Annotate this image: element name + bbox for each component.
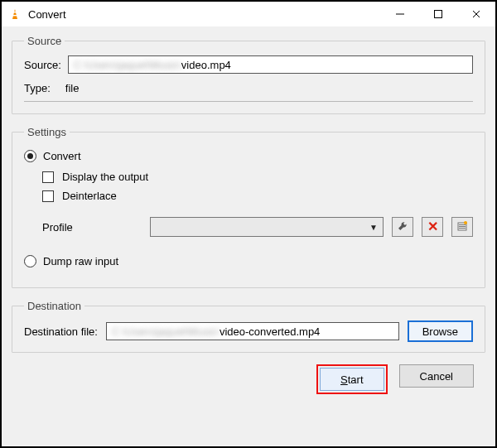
- display-output-label: Display the output: [62, 171, 148, 183]
- start-button-label: Start: [340, 373, 363, 386]
- type-divider: [24, 101, 473, 102]
- browse-button-label: Browse: [422, 325, 458, 338]
- window-controls: [381, 2, 495, 26]
- browse-button[interactable]: Browse: [408, 320, 473, 342]
- destination-group: Destination Destination file: C:\Users\j…: [12, 300, 485, 353]
- source-filename: video.mp4: [181, 59, 231, 71]
- window-title: Convert: [28, 8, 66, 21]
- minimize-button[interactable]: [381, 2, 419, 26]
- edit-profile-button[interactable]: [392, 217, 413, 237]
- deinterlace-checkbox[interactable]: [42, 190, 54, 202]
- source-group: Source Source: C:\Users\jaquel\Music\vid…: [12, 35, 485, 114]
- destination-path-hidden: C:\Users\jaquel\Music\: [112, 325, 220, 338]
- source-label: Source:: [24, 59, 61, 71]
- start-button[interactable]: Start: [320, 368, 384, 391]
- dump-raw-radio[interactable]: [24, 255, 36, 267]
- titlebar: Convert: [2, 2, 495, 26]
- dialog-actions: Start Cancel: [12, 361, 485, 394]
- profile-row: Profile ▼ ✕: [42, 217, 473, 237]
- destination-filename: video-converted.mp4: [220, 325, 320, 338]
- vlc-cone-icon: [8, 7, 22, 21]
- settings-group: Settings Convert Display the output Dein…: [12, 126, 485, 288]
- convert-dialog: Convert Source Source: C:\Users\jaquel\M…: [0, 0, 497, 448]
- svg-point-11: [464, 221, 467, 224]
- delete-icon: ✕: [427, 220, 438, 234]
- cancel-button-label: Cancel: [420, 370, 453, 383]
- dump-raw-radio-row[interactable]: Dump raw input: [24, 255, 473, 267]
- type-value: file: [65, 82, 80, 94]
- wrench-icon: [397, 220, 408, 234]
- settings-legend: Settings: [24, 126, 70, 138]
- delete-profile-button[interactable]: ✕: [422, 217, 443, 237]
- new-profile-button[interactable]: [451, 217, 473, 237]
- svg-marker-0: [12, 9, 17, 19]
- destination-path-field[interactable]: C:\Users\jaquel\Music\video-converted.mp…: [106, 322, 399, 340]
- svg-rect-1: [13, 12, 17, 12]
- new-profile-icon: [456, 220, 468, 234]
- cancel-button[interactable]: Cancel: [399, 364, 474, 388]
- source-legend: Source: [24, 35, 65, 47]
- close-button[interactable]: [457, 2, 495, 26]
- maximize-button[interactable]: [419, 2, 457, 26]
- dialog-body: Source Source: C:\Users\jaquel\Music\vid…: [2, 26, 495, 446]
- convert-radio-label: Convert: [43, 150, 81, 162]
- svg-rect-2: [13, 15, 17, 16]
- dump-raw-label: Dump raw input: [43, 255, 118, 267]
- deinterlace-row[interactable]: Deinterlace: [42, 190, 473, 202]
- destination-label: Destination file:: [24, 325, 98, 338]
- chevron-down-icon: ▼: [369, 223, 378, 232]
- destination-legend: Destination: [24, 300, 84, 312]
- svg-rect-4: [435, 11, 442, 18]
- start-button-highlight: Start: [316, 364, 387, 394]
- source-path-field[interactable]: C:\Users\jaquel\Music\video.mp4: [68, 55, 473, 74]
- deinterlace-label: Deinterlace: [62, 190, 117, 202]
- display-output-checkbox[interactable]: [42, 171, 54, 183]
- profile-combobox[interactable]: ▼: [150, 217, 384, 237]
- convert-radio-row[interactable]: Convert: [24, 150, 473, 162]
- source-path-hidden: C:\Users\jaquel\Music\: [74, 59, 181, 71]
- type-label: Type:: [24, 82, 51, 94]
- display-output-row[interactable]: Display the output: [42, 171, 473, 183]
- convert-radio[interactable]: [24, 150, 36, 162]
- profile-label: Profile: [42, 221, 142, 234]
